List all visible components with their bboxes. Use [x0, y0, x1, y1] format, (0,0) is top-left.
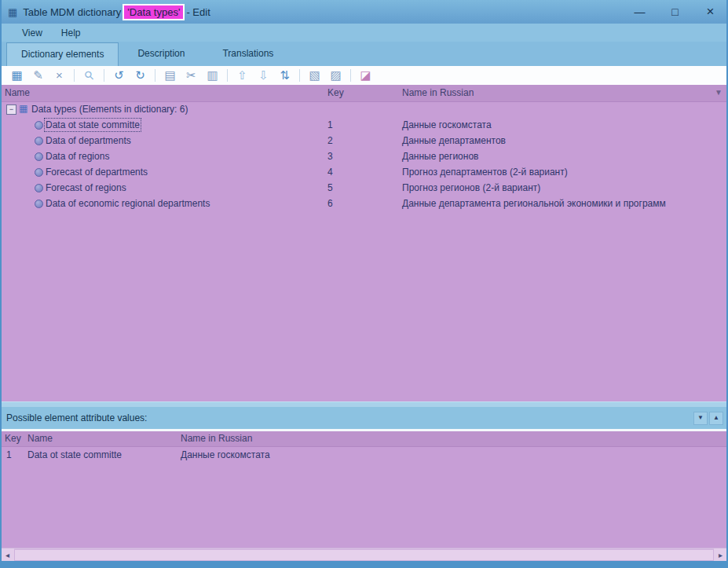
add-element-icon[interactable]: ▦ [6, 67, 27, 84]
table-row[interactable]: Data of economic regional departments 6 … [0, 196, 728, 211]
element-bullet-icon [35, 137, 43, 145]
cell-name-in-russian[interactable]: Данные госкомстата [181, 449, 270, 460]
attributes-table-row[interactable]: 1 Data ot state committe Данные госкомст… [0, 446, 728, 462]
column-header-key[interactable]: Key [327, 87, 344, 98]
cut-icon[interactable]: ✂ [181, 67, 202, 84]
window-title-suffix: - Edit [186, 6, 210, 18]
toolbar: ▦ ✎ × ⚲ ↺ ↻ ▤ ✂ ▥ ⇧ ⇩ ⇅ ▧ ▨ ◪ [0, 66, 728, 85]
panel-expand-button[interactable]: ▲ [709, 412, 723, 425]
cell-key[interactable]: 6 [327, 198, 333, 209]
cell-name-in-russian[interactable]: Данные регионов [402, 151, 478, 162]
attributes-panel-header: Possible element attribute values: ▼ ▲ [0, 407, 728, 429]
collapse-expander-icon[interactable]: − [6, 104, 16, 115]
panel-collapse-button[interactable]: ▼ [693, 412, 708, 425]
cell-name-in-russian[interactable]: Данные департамента региональной экономи… [402, 198, 666, 209]
menu-bar: View Help [0, 24, 728, 42]
cell-name-in-russian[interactable]: Прогноз департаментов (2-й вариант) [402, 167, 568, 178]
sort-icon[interactable]: ⇅ [274, 67, 295, 84]
element-bullet-icon [35, 184, 43, 192]
cell-key[interactable]: 1 [327, 119, 333, 130]
delete-icon[interactable]: × [49, 67, 70, 84]
refresh-icon[interactable]: ↻ [130, 67, 151, 84]
title-bar[interactable]: ▦ Table MDM dictionary 'Data types' - Ed… [0, 0, 728, 24]
move-up-icon[interactable]: ⇧ [232, 67, 253, 84]
table-row[interactable]: Data ot state committe 1 Данные госкомст… [0, 117, 728, 133]
attributes-column-header[interactable]: Key Name Name in Russian [0, 431, 728, 447]
window-controls: — □ × [622, 0, 728, 24]
tree-root-label[interactable]: Data types (Elements in dictionary: 6) [31, 104, 188, 115]
scroll-left-arrow-icon[interactable]: ◂ [1, 548, 14, 562]
cell-key[interactable]: 2 [327, 135, 333, 146]
toolbar-separator [104, 69, 104, 82]
toolbar-separator [350, 69, 351, 82]
column-chooser-dropdown-icon[interactable]: ▼ [712, 88, 725, 97]
cell-name-in-russian[interactable]: Данные госкомстата [402, 119, 492, 130]
element-bullet-icon [35, 168, 43, 177]
cell-name[interactable]: Data of departments [46, 135, 131, 146]
table-row[interactable]: Forecast of regions 5 Прогноз регионов (… [0, 180, 728, 196]
dictionary-icon: ▦ [19, 103, 27, 114]
toolbar-separator [227, 69, 228, 82]
cell-name[interactable]: Data ot state committe [27, 449, 122, 460]
cell-name[interactable]: Data ot state committe [46, 119, 140, 130]
table-row[interactable]: Forecast of departments 4 Прогноз департ… [0, 164, 728, 180]
column-header-name-in-russian[interactable]: Name in Russian [181, 433, 252, 444]
element-bullet-icon [35, 121, 43, 130]
cell-name-in-russian[interactable]: Данные департаментов [402, 135, 506, 146]
cell-name-in-russian[interactable]: Прогноз регионов (2-й вариант) [402, 182, 540, 193]
sync-icon[interactable]: ↺ [108, 67, 130, 84]
cell-name[interactable]: Forecast of regions [46, 182, 126, 193]
export-icon[interactable]: ▨ [325, 67, 346, 84]
cell-key[interactable]: 3 [327, 151, 333, 162]
toolbar-separator [155, 69, 155, 82]
window-title-prefix: Table MDM dictionary [23, 6, 121, 18]
cell-key[interactable]: 1 [6, 449, 12, 460]
app-icon: ▦ [8, 6, 17, 18]
copy-icon[interactable]: ▤ [159, 67, 181, 84]
column-header-name[interactable]: Name [27, 433, 53, 444]
close-button[interactable]: × [693, 0, 728, 24]
edit-icon[interactable]: ✎ [27, 67, 49, 84]
grid-column-header[interactable]: Name Key Name in Russian ▼ [0, 85, 728, 102]
element-bullet-icon [35, 152, 43, 161]
tab-dictionary-elements[interactable]: Dictionary elements [6, 42, 119, 66]
cell-name[interactable]: Forecast of departments [46, 167, 148, 178]
paste-icon[interactable]: ▥ [202, 67, 223, 84]
cell-name[interactable]: Data of economic regional departments [46, 198, 210, 209]
scroll-right-arrow-icon[interactable]: ▸ [714, 548, 727, 562]
menu-help[interactable]: Help [52, 24, 90, 42]
column-header-name[interactable]: Name [5, 87, 30, 98]
column-header-key[interactable]: Key [5, 433, 21, 444]
table-row[interactable]: Data of departments 2 Данные департамент… [0, 133, 728, 148]
tree-root-row[interactable]: − ▦ Data types (Elements in dictionary: … [0, 101, 728, 117]
tab-strip: Dictionary elements Description Translat… [0, 42, 728, 66]
clear-icon[interactable]: ◪ [355, 67, 376, 84]
app-window: ▦ Table MDM dictionary 'Data types' - Ed… [0, 0, 728, 568]
column-header-name-in-russian[interactable]: Name in Russian [402, 87, 474, 98]
dictionary-elements-tree[interactable]: − ▦ Data types (Elements in dictionary: … [0, 101, 728, 401]
cell-name[interactable]: Data of regions [46, 151, 109, 162]
table-row[interactable]: Data of regions 3 Данные регионов [0, 148, 728, 164]
move-down-icon[interactable]: ⇩ [253, 67, 274, 84]
element-bullet-icon [35, 200, 43, 208]
cell-key[interactable]: 4 [327, 167, 333, 178]
window-title-highlighted-term: 'Data types' [123, 4, 185, 20]
tab-translations[interactable]: Translations [203, 42, 292, 66]
window-border-bottom [0, 561, 728, 568]
menu-view[interactable]: View [13, 24, 52, 42]
toolbar-separator [74, 69, 75, 82]
horizontal-scrollbar[interactable]: ◂ ▸ [0, 548, 728, 562]
scrollbar-thumb[interactable] [14, 549, 714, 561]
maximize-button[interactable]: □ [657, 0, 693, 24]
import-icon[interactable]: ▧ [304, 67, 325, 84]
minimize-button[interactable]: — [622, 0, 657, 24]
window-border-left [0, 0, 2, 568]
tab-description[interactable]: Description [119, 42, 203, 66]
toolbar-separator [299, 69, 300, 82]
cell-key[interactable]: 5 [327, 182, 333, 193]
attributes-panel-title: Possible element attribute values: [6, 412, 147, 423]
